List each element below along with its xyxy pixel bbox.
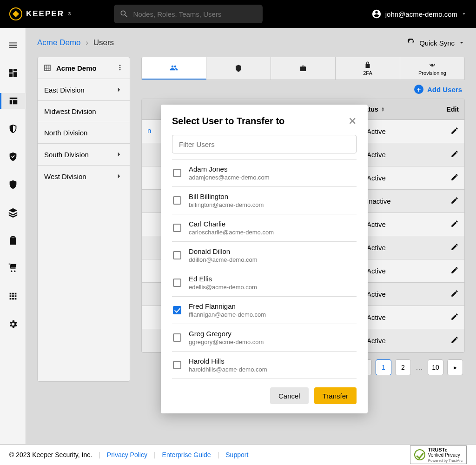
truste-check-icon: [414, 449, 425, 460]
checkbox[interactable]: [173, 169, 181, 177]
checkbox[interactable]: [173, 279, 181, 287]
nav-cart[interactable]: [0, 260, 26, 276]
clipboard-icon: [8, 235, 18, 246]
privacy-link[interactable]: Privacy Policy: [107, 451, 147, 458]
top-bar: KEEPER® john@acme-demo.com: [0, 0, 476, 28]
guide-link[interactable]: Enterprise Guide: [162, 451, 211, 458]
user-name: Ed Ellis: [189, 275, 257, 283]
search-icon: [119, 9, 129, 19]
cancel-button[interactable]: Cancel: [270, 387, 309, 404]
checkbox[interactable]: [173, 224, 181, 232]
nav-menu[interactable]: [0, 37, 26, 53]
truste-sub: Verified Privacy: [428, 452, 460, 458]
brand-text: KEEPER: [26, 9, 64, 19]
user-name: Greg Gregory: [189, 330, 264, 338]
modal-user-row[interactable]: Ed Ellisedellis@acme-demo.com: [172, 269, 357, 297]
modal-user-row[interactable]: Carl Charliecarloscharlie@acme-demo.com: [172, 214, 357, 242]
copyright: © 2023 Keeper Security, Inc.: [9, 451, 92, 458]
main-content: Acme Demo › Users Quick Sync Acme Demo: [26, 28, 476, 444]
brand-logo: KEEPER®: [9, 7, 72, 20]
modal-user-row[interactable]: Bill Billingtonbillington@acme-demo.com: [172, 187, 357, 214]
truste-pow: Powered by TrustArc: [428, 458, 463, 463]
close-icon[interactable]: ✕: [348, 116, 357, 126]
footer: © 2023 Keeper Security, Inc. | Privacy P…: [0, 444, 476, 465]
checkbox[interactable]: [173, 333, 181, 342]
user-email: fflannigan@acme-demo.com: [189, 311, 266, 318]
user-name: Fred Flannigan: [189, 302, 266, 310]
user-email: billington@acme-demo.com: [189, 201, 264, 208]
nav-shield-check[interactable]: [0, 149, 26, 165]
nav-shield-half[interactable]: [0, 121, 26, 137]
shield-half-icon: [8, 124, 18, 134]
global-search[interactable]: [114, 5, 263, 23]
user-email: edellis@acme-demo.com: [189, 284, 257, 291]
avatar-icon: [371, 9, 382, 19]
shield-check-icon: [8, 152, 18, 162]
caret-down-icon: [461, 11, 467, 17]
modal-user-row[interactable]: Donald Dillonddillon@acme-demo.com: [172, 242, 357, 269]
modal-user-row[interactable]: Adam Jonesadamjones@acme-demo.com: [172, 159, 357, 187]
user-menu[interactable]: john@acme-demo.com: [371, 9, 467, 19]
gear-icon: [8, 319, 18, 329]
user-email: john@acme-demo.com: [385, 10, 457, 18]
nav-dashboard[interactable]: [0, 65, 26, 81]
dashboard-icon: [8, 68, 18, 78]
modal-user-row[interactable]: Harold Hillsharoldhills@acme-demo.com: [172, 352, 357, 379]
left-nav: [0, 28, 26, 444]
nav-apps[interactable]: [0, 288, 26, 304]
user-name: Donald Dillon: [189, 247, 258, 255]
user-email: adamjones@acme-demo.com: [189, 174, 270, 181]
modal-user-row[interactable]: Fred Flanniganfflannigan@acme-demo.com: [172, 297, 357, 324]
nav-layers[interactable]: [0, 205, 26, 220]
user-name: Carl Charlie: [189, 220, 274, 228]
user-email: ddillon@acme-demo.com: [189, 256, 258, 263]
user-name: Bill Billington: [189, 193, 264, 200]
filter-users-input[interactable]: [172, 135, 357, 153]
modal-user-row[interactable]: Greg Gregoryggregory@acme-demo.com: [172, 324, 357, 352]
search-input[interactable]: [133, 10, 257, 18]
hamburger-icon: [8, 40, 18, 50]
logo-mark-icon: [9, 7, 22, 20]
user-name: Adam Jones: [189, 165, 270, 173]
checkbox[interactable]: [173, 361, 181, 369]
support-link[interactable]: Support: [225, 451, 248, 458]
checkbox[interactable]: [173, 306, 181, 314]
transfer-modal: Select User to Transfer to ✕ Adam Jonesa…: [161, 105, 368, 413]
modal-user-list: Adam Jonesadamjones@acme-demo.comBill Bi…: [172, 159, 357, 379]
user-email: carloscharlie@acme-demo.com: [189, 229, 274, 236]
nav-settings[interactable]: [0, 316, 26, 332]
nav-shield-alert[interactable]: [0, 177, 26, 193]
cart-icon: [8, 263, 18, 273]
nav-nodes[interactable]: [0, 93, 26, 109]
checkbox[interactable]: [173, 196, 181, 205]
truste-title: TRUSTe: [428, 447, 448, 452]
modal-title: Select User to Transfer to: [172, 116, 284, 126]
shield-alert-icon: [8, 179, 18, 190]
apps-icon: [8, 291, 18, 301]
user-name: Harold Hills: [189, 357, 267, 365]
truste-badge[interactable]: TRUSTe Verified Privacy Powered by Trust…: [410, 445, 467, 465]
layers-icon: [8, 207, 18, 218]
user-email: haroldhills@acme-demo.com: [189, 366, 267, 373]
transfer-button[interactable]: Transfer: [314, 387, 357, 404]
checkbox[interactable]: [173, 251, 181, 259]
layout-icon: [8, 96, 19, 106]
nav-clipboard[interactable]: [0, 232, 26, 248]
user-email: ggregory@acme-demo.com: [189, 339, 264, 345]
